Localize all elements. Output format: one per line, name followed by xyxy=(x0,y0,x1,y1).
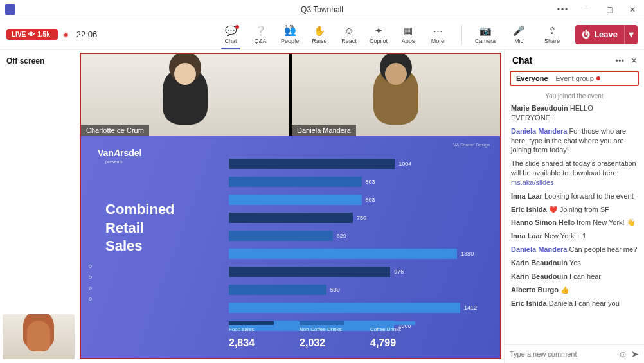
eye-icon: 👁 xyxy=(28,31,35,38)
self-view[interactable] xyxy=(3,314,75,359)
toolbar: LIVE 👁 1.5k ◉ 22:06 💬Chat❔Q&A👥1.5kPeople… xyxy=(0,19,644,50)
chat-message: Marie Beaudouin HELLO EVERYONE!!! xyxy=(511,103,638,123)
chat-message: Karin Beaudouin Yes xyxy=(511,258,638,268)
chart-bar: 629 xyxy=(229,229,477,243)
chart-bar: 803 xyxy=(229,193,477,207)
toolbar-divider xyxy=(461,25,462,44)
tool-copilot[interactable]: ✦Copilot xyxy=(364,25,393,44)
share-button[interactable]: ⇪Share xyxy=(538,25,566,44)
stage: Charlotte de Crum Daniela Mandera VA Sha… xyxy=(80,53,501,359)
chat-body: You joined the event Marie Beaudouin HEL… xyxy=(505,90,644,344)
live-viewers: 1.5k xyxy=(37,31,49,38)
mic-button[interactable]: 🎤Mic xyxy=(505,25,533,44)
window-more-icon[interactable]: ••• xyxy=(551,0,575,19)
chat-message: Eric Ishida Daniela I can hear you xyxy=(511,299,638,308)
shared-slide: VA Shared Design VanArsdel presents Comb… xyxy=(81,136,500,358)
apps-icon: ▦ xyxy=(402,25,414,37)
chart-legend: Food sales Non-Coffee Drinks Coffee Drin… xyxy=(229,321,477,332)
tab-event-group[interactable]: Event group xyxy=(556,75,594,82)
chart-bar: 976 xyxy=(229,265,477,279)
chart-bars: 1004803803750629138097659014121000 xyxy=(229,157,477,318)
share-icon: ⇪ xyxy=(548,25,557,37)
leave-dropdown[interactable]: ▾ xyxy=(624,25,638,44)
window-minimize-icon[interactable]: — xyxy=(575,0,598,19)
tool-react[interactable]: ☺React xyxy=(334,25,364,44)
chat-message: Daniela Mandera For those who are here, … xyxy=(511,127,638,155)
tab-everyone[interactable]: Everyone xyxy=(516,75,548,82)
window-close-icon[interactable]: ✕ xyxy=(621,0,644,19)
chat-message: Daniela Mandera Can people hear me? xyxy=(511,245,638,254)
tool-qa[interactable]: ❔Q&A xyxy=(246,25,275,44)
chat-input[interactable] xyxy=(510,350,614,358)
slide-corner: VA Shared Design xyxy=(453,143,490,147)
slide-heading: Combined Retail Sales xyxy=(105,200,175,256)
chart-bar: 1004 xyxy=(229,157,477,171)
chat-message: Inna Laar Looking forward to the event xyxy=(511,191,638,201)
chart-bar: 1412 xyxy=(229,301,477,315)
copilot-icon: ✦ xyxy=(373,25,384,37)
record-icon: ◉ xyxy=(63,31,69,38)
chat-more-icon[interactable]: ••• xyxy=(615,56,624,66)
live-label: LIVE xyxy=(12,31,26,38)
timer: 22:06 xyxy=(76,30,98,39)
send-icon[interactable]: ➤ xyxy=(631,349,639,359)
chat-message: The slide shared at today's presentation… xyxy=(511,159,638,188)
avatar-icon xyxy=(163,67,208,125)
hangup-icon: ⏻ xyxy=(582,30,590,39)
camera-button[interactable]: 📷Camera xyxy=(471,25,499,44)
camera-icon: 📷 xyxy=(479,25,492,37)
leave-button[interactable]: ⏻Leave ▾ xyxy=(575,25,638,44)
tool-people[interactable]: 👥1.5kPeople xyxy=(275,25,305,44)
chart-totals: 2,834 2,032 4,799 xyxy=(229,337,477,349)
teams-logo-icon xyxy=(5,4,15,15)
qa-icon: ❔ xyxy=(255,25,266,37)
titlebar: Q3 Townhall ••• — ▢ ✕ xyxy=(0,0,644,19)
tool-chat[interactable]: 💬Chat xyxy=(216,25,246,44)
chat-tabs: Everyone Event group xyxy=(510,71,639,86)
joined-notice: You joined the event xyxy=(511,93,638,100)
slide-pager xyxy=(89,265,92,301)
tool-raise[interactable]: ✋Raise xyxy=(305,25,334,44)
chart-bar: 1380 xyxy=(229,247,477,261)
tool-more[interactable]: ⋯More xyxy=(423,25,452,44)
raise-icon: ✋ xyxy=(314,25,325,37)
participant-video[interactable]: Daniela Mandera xyxy=(292,54,500,136)
chat-message: Karin Beaudouin I can hear xyxy=(511,272,638,281)
more-icon: ⋯ xyxy=(432,25,443,37)
live-badge: LIVE 👁 1.5k xyxy=(6,29,58,40)
tool-group: 💬Chat❔Q&A👥1.5kPeople✋Raise☺React✦Copilot… xyxy=(216,25,452,44)
chart-bar: 750 xyxy=(229,211,477,225)
window-title: Q3 Townhall xyxy=(301,5,343,14)
mic-off-icon: 🎤 xyxy=(513,25,525,37)
chat-close-icon[interactable]: ✕ xyxy=(631,56,638,66)
participant-video[interactable]: Charlotte de Crum xyxy=(81,54,289,136)
avatar-icon xyxy=(373,67,418,125)
chat-compose: ☺ ➤ xyxy=(505,344,644,363)
chat-message: Alberto Burgo 👍 xyxy=(511,285,638,295)
chat-panel: Chat ••• ✕ Everyone Event group You join… xyxy=(504,50,644,363)
chat-title: Chat xyxy=(512,55,611,66)
participant-name: Charlotte de Crum xyxy=(81,125,149,136)
chat-message: Inna Laar New York + 1 xyxy=(511,231,638,241)
window-maximize-icon[interactable]: ▢ xyxy=(598,0,621,19)
chat-message: Hanno Simon Hello from New York! 👋 xyxy=(511,218,638,227)
participant-name: Daniela Mandera xyxy=(292,125,356,136)
chart-bar: 590 xyxy=(229,283,477,297)
chart-bar: 803 xyxy=(229,175,477,189)
tool-apps[interactable]: ▦Apps xyxy=(393,25,423,44)
emoji-icon[interactable]: ☺ xyxy=(618,349,627,359)
react-icon: ☺ xyxy=(343,25,355,37)
chat-message: Eric Ishida ❤️ Joining from SF xyxy=(511,205,638,215)
